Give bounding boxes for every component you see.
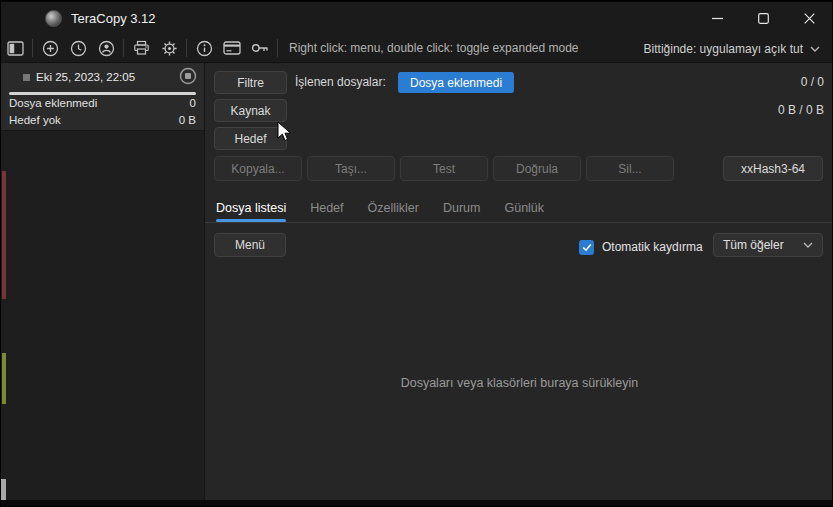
toolbar-separator (32, 39, 33, 57)
toolbar-separator (123, 39, 124, 57)
task-target-value: 0 B (179, 114, 196, 131)
mouse-cursor (277, 121, 293, 147)
hash-button[interactable]: xxHash3-64 (723, 156, 823, 181)
byte-count: 0 B / 0 B (778, 99, 824, 122)
items-filter-dropdown[interactable]: Tüm öğeler (713, 233, 823, 257)
on-finish-label: Bittiğinde: uygulamayı açık tut (644, 42, 803, 56)
task-list-item[interactable]: Eki 25, 2023, 22:05 Dosya eklenmedi 0 He… (1, 63, 204, 131)
edge-marker-red (2, 171, 6, 299)
task-date: Eki 25, 2023, 22:05 (36, 67, 135, 87)
filter-button[interactable]: Filtre (214, 71, 287, 94)
history-icon[interactable] (64, 35, 92, 61)
edge-marker-green (2, 353, 6, 404)
chevron-down-icon (810, 46, 820, 52)
maximize-button[interactable] (740, 2, 786, 35)
titlebar: TeraCopy 3.12 (1, 1, 832, 34)
sidebar-toggle-icon[interactable] (1, 35, 29, 61)
tab-log[interactable]: Günlük (504, 193, 544, 222)
menu-button[interactable]: Menü (214, 233, 286, 257)
verify-button[interactable]: Doğrula (493, 156, 581, 181)
key-icon[interactable] (246, 35, 274, 61)
task-source-row: Dosya eklenmedi 0 (9, 97, 196, 114)
file-count: 0 / 0 (801, 71, 824, 94)
delete-button[interactable]: Sil... (586, 156, 674, 181)
tab-target[interactable]: Hedef (310, 193, 343, 222)
license-card-icon[interactable] (218, 35, 246, 61)
close-button[interactable] (786, 2, 832, 35)
task-target-row: Hedef yok 0 B (9, 114, 196, 131)
window-title: TeraCopy 3.12 (71, 11, 156, 26)
tab-file-list[interactable]: Dosya listesi (216, 193, 286, 222)
chevron-down-icon (803, 242, 813, 248)
add-icon[interactable] (36, 35, 64, 61)
tab-bar: Dosya listesi Hedef Özellikler Durum Gün… (205, 193, 833, 223)
info-icon[interactable] (190, 35, 218, 61)
move-button[interactable]: Taşı... (307, 156, 395, 181)
check-icon (582, 243, 592, 252)
test-button[interactable]: Test (400, 156, 488, 181)
tab-status[interactable]: Durum (443, 193, 481, 222)
copy-button[interactable]: Kopyala... (214, 156, 302, 181)
minimize-button[interactable] (694, 2, 740, 35)
task-source-label: Dosya eklenmedi (9, 97, 97, 114)
print-icon[interactable] (127, 35, 155, 61)
on-finish-dropdown[interactable]: Bittiğinde: uygulamayı açık tut (644, 34, 820, 63)
processed-files-label: İşlenen dosyalar: (295, 71, 386, 94)
items-filter-value: Tüm öğeler (723, 238, 784, 252)
task-source-value: 0 (190, 97, 196, 114)
source-button[interactable]: Kaynak (214, 99, 287, 122)
app-logo-icon (45, 10, 62, 27)
toolbar-hint: Right click: menu, double click: toggle … (289, 41, 579, 55)
autoscroll-checkbox[interactable] (579, 240, 594, 255)
app-window: TeraCopy 3.12 (0, 0, 833, 507)
task-sidebar: Eki 25, 2023, 22:05 Dosya eklenmedi 0 He… (1, 63, 205, 500)
toolbar: Right click: menu, double click: toggle … (1, 34, 832, 63)
main-panel: Filtre İşlenen dosyalar: Dosya eklenmedi… (205, 63, 833, 500)
processed-files-badge: Dosya eklenmedi (398, 72, 514, 93)
tab-properties[interactable]: Özellikler (368, 193, 419, 222)
edge-scrollbar-thumb[interactable] (1, 479, 6, 501)
window-bottom-edge (1, 500, 832, 506)
toolbar-separator (186, 39, 187, 57)
toolbar-separator (277, 39, 278, 57)
user-icon[interactable] (92, 35, 120, 61)
task-target-label: Hedef yok (9, 114, 61, 131)
drop-zone-hint: Dosyaları veya klasörleri buraya sürükle… (205, 376, 833, 390)
settings-gear-icon[interactable] (155, 35, 183, 61)
stop-task-icon[interactable] (178, 66, 198, 86)
autoscroll-label[interactable]: Otomatik kaydırma (602, 235, 703, 259)
task-bullet-icon (23, 74, 30, 81)
task-progress-bar (9, 92, 196, 95)
